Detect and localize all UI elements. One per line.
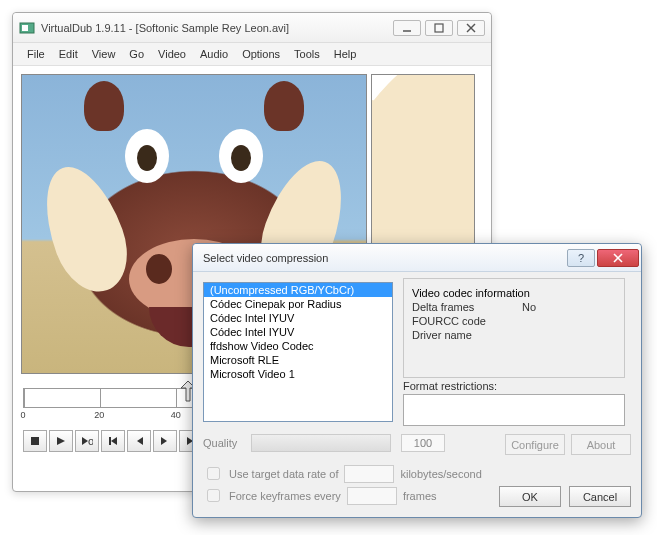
dialog-titlebar: Select video compression ?: [193, 244, 641, 272]
format-restrictions-box: [403, 394, 625, 426]
about-button[interactable]: About: [571, 434, 631, 455]
play-output-button[interactable]: o: [75, 430, 99, 452]
codec-item[interactable]: Microsoft RLE: [204, 353, 392, 367]
step-forward-button[interactable]: [153, 430, 177, 452]
configure-button[interactable]: Configure: [505, 434, 565, 455]
step-back-button[interactable]: [127, 430, 151, 452]
force-keyframes-row: Force keyframes every frames: [203, 486, 437, 505]
app-icon: [19, 20, 35, 36]
codec-info-legend: Video codec information: [412, 287, 530, 299]
compression-dialog: Select video compression ? (Uncompressed…: [192, 243, 642, 518]
svg-text:o: o: [88, 436, 93, 446]
quality-value: 100: [401, 434, 445, 452]
menu-file[interactable]: File: [21, 46, 51, 62]
ok-button[interactable]: OK: [499, 486, 561, 507]
codec-item[interactable]: Códec Intel IYUV: [204, 311, 392, 325]
svg-rect-11: [109, 437, 111, 445]
quality-label: Quality: [203, 437, 237, 449]
svg-rect-1: [22, 25, 28, 31]
codec-item[interactable]: ffdshow Video Codec: [204, 339, 392, 353]
timeline-tick: [176, 389, 177, 407]
dialog-title: Select video compression: [203, 252, 567, 264]
menu-video[interactable]: Video: [152, 46, 192, 62]
window-title: VirtualDub 1.9.11 - [Softonic Sample Rey…: [41, 22, 389, 34]
codec-item[interactable]: Códec Cinepak por Radius: [204, 297, 392, 311]
timeline-tick-label: 40: [171, 410, 181, 420]
dialog-help-button[interactable]: ?: [567, 249, 595, 267]
codec-list[interactable]: (Uncompressed RGB/YCbCr)Códec Cinepak po…: [203, 282, 393, 422]
go-start-button[interactable]: [101, 430, 125, 452]
menu-help[interactable]: Help: [328, 46, 363, 62]
force-keyframes-field[interactable]: [347, 487, 397, 505]
target-datarate-checkbox[interactable]: [207, 467, 220, 480]
target-datarate-label: Use target data rate of: [229, 468, 338, 480]
svg-rect-7: [31, 437, 39, 445]
timeline-tick-label: 20: [94, 410, 104, 420]
svg-marker-14: [161, 437, 167, 445]
format-restrictions-label: Format restrictions:: [403, 380, 497, 392]
svg-marker-12: [111, 437, 117, 445]
force-keyframes-checkbox[interactable]: [207, 489, 220, 502]
timeline-tick: [24, 389, 25, 407]
delta-frames-label: Delta frames: [412, 301, 522, 313]
svg-marker-13: [137, 437, 143, 445]
menu-edit[interactable]: Edit: [53, 46, 84, 62]
codec-info-group: Video codec information Delta framesNo F…: [403, 278, 625, 378]
menu-view[interactable]: View: [86, 46, 122, 62]
menubar: File Edit View Go Video Audio Options To…: [13, 43, 491, 66]
force-keyframes-unit: frames: [403, 490, 437, 502]
timeline-tick-label: 0: [20, 410, 25, 420]
dialog-body: (Uncompressed RGB/YCbCr)Códec Cinepak po…: [193, 272, 641, 517]
codec-item[interactable]: Códec Intel IYUV: [204, 325, 392, 339]
svg-text:?: ?: [578, 253, 584, 263]
stop-button[interactable]: [23, 430, 47, 452]
target-datarate-unit: kilobytes/second: [400, 468, 481, 480]
driver-label: Driver name: [412, 329, 522, 341]
force-keyframes-label: Force keyframes every: [229, 490, 341, 502]
menu-go[interactable]: Go: [123, 46, 150, 62]
close-button[interactable]: [457, 20, 485, 36]
menu-options[interactable]: Options: [236, 46, 286, 62]
menu-audio[interactable]: Audio: [194, 46, 234, 62]
dialog-close-button[interactable]: [597, 249, 639, 267]
fourcc-label: FOURCC code: [412, 315, 522, 327]
svg-rect-3: [435, 24, 443, 32]
delta-frames-value: No: [522, 301, 536, 313]
maximize-button[interactable]: [425, 20, 453, 36]
target-datarate-row: Use target data rate of kilobytes/second: [203, 464, 482, 483]
svg-marker-8: [57, 437, 65, 445]
menu-tools[interactable]: Tools: [288, 46, 326, 62]
play-input-button[interactable]: [49, 430, 73, 452]
main-titlebar: VirtualDub 1.9.11 - [Softonic Sample Rey…: [13, 13, 491, 43]
cancel-button[interactable]: Cancel: [569, 486, 631, 507]
codec-item[interactable]: (Uncompressed RGB/YCbCr): [204, 283, 392, 297]
quality-slider[interactable]: [251, 434, 391, 452]
codec-item[interactable]: Microsoft Video 1: [204, 367, 392, 381]
timeline-tick: [100, 389, 101, 407]
minimize-button[interactable]: [393, 20, 421, 36]
target-datarate-field[interactable]: [344, 465, 394, 483]
